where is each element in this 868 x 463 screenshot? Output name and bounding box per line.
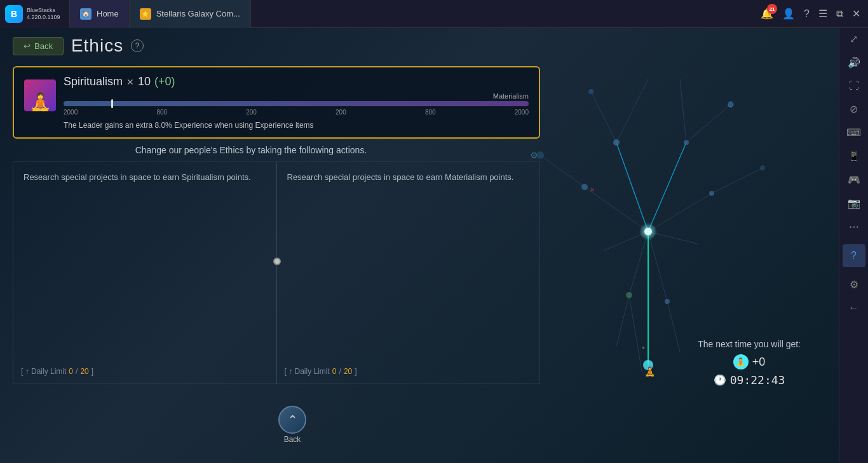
back-button-header[interactable]: ↩ Back xyxy=(13,37,64,55)
sidebar-fullscreen-icon[interactable]: ⛶ xyxy=(849,80,859,92)
tab-home[interactable]: 🏠 Home xyxy=(70,0,130,28)
actions-container: Research special projects in space to ea… xyxy=(13,162,540,384)
svg-line-6 xyxy=(604,232,648,251)
slider-track[interactable] xyxy=(64,101,529,106)
svg-text:⚙: ⚙ xyxy=(530,150,538,160)
timer-icon: 🕐 xyxy=(714,374,726,386)
svg-text:🧘: 🧘 xyxy=(644,366,656,377)
sidebar-settings-icon[interactable]: ⚙ xyxy=(850,279,858,291)
tick-800-left: 800 xyxy=(156,109,167,116)
daily-limit-left-current: 0 xyxy=(69,367,73,376)
right-sidebar: ⤢ 🔊 ⛶ ⊘ ⌨ 📱 🎮 📷 ⋯ ? ⚙ ← xyxy=(839,28,868,463)
back-circle-icon: ⌃ xyxy=(288,413,297,427)
tick-2000-right: 2000 xyxy=(515,109,529,116)
notification-bell[interactable]: 🔔 21 xyxy=(761,8,773,20)
change-description: Change our people's Ethics by taking the… xyxy=(13,145,489,155)
svg-line-14 xyxy=(667,301,680,352)
tick-200-right: 200 xyxy=(336,109,346,116)
action-right-text: Research special projects in space to ea… xyxy=(287,171,530,184)
points-icon: 🧘 xyxy=(733,354,749,370)
svg-point-30 xyxy=(728,101,734,107)
svg-line-0 xyxy=(616,142,648,232)
ethics-avatar: 🧘 xyxy=(24,79,56,111)
tick-2000-left: 2000 xyxy=(64,109,78,116)
close-icon-titlebar[interactable]: ✕ xyxy=(852,8,860,20)
slider-bonus: (+0) xyxy=(154,75,175,88)
tab-game[interactable]: ⭐ Stellaris Galaxy Com... xyxy=(130,0,251,28)
svg-text:●: ● xyxy=(642,345,645,350)
daily-limit-left-suffix: ] xyxy=(92,367,93,376)
next-time-panel: The next time you will get: 🧘 +0 🕐 09:22… xyxy=(698,339,801,387)
daily-limit-left: [ ↑ Daily Limit 0 / 20 ] xyxy=(21,367,93,376)
daily-limit-separator: / xyxy=(76,367,78,376)
timer-row: 🕐 09:22:43 xyxy=(698,373,801,387)
help-icon-titlebar[interactable]: ? xyxy=(804,8,810,20)
game-tab-icon: ⭐ xyxy=(140,8,151,20)
main-content: ⚙ ⚙ 🧘 ✕ ● ↩ Back Ethics ? 🧘 Spiritualism… xyxy=(0,28,839,463)
slider-value: 10 xyxy=(138,75,151,88)
user-icon[interactable]: 👤 xyxy=(782,8,795,20)
svg-point-28 xyxy=(665,299,670,304)
sidebar-volume-icon[interactable]: 🔊 xyxy=(848,57,860,69)
back-circle-button[interactable]: ⌃ xyxy=(278,406,306,434)
next-time-label: The next time you will get: xyxy=(698,339,801,349)
menu-icon[interactable]: ☰ xyxy=(818,8,827,20)
notification-count: 21 xyxy=(767,4,777,14)
svg-line-3 xyxy=(648,193,712,232)
svg-line-8 xyxy=(591,92,616,142)
action-divider-dot xyxy=(273,258,281,265)
center-back-area: ⌃ Back xyxy=(278,406,306,444)
home-tab-label: Home xyxy=(97,9,119,18)
restore-icon[interactable]: ⧉ xyxy=(836,8,843,20)
sidebar-back-icon[interactable]: ← xyxy=(849,302,859,314)
header-area: ↩ Back Ethics ? xyxy=(0,28,839,61)
slider-right-label: Materialism xyxy=(493,92,529,100)
svg-line-12 xyxy=(616,295,629,346)
svg-line-18 xyxy=(616,142,648,232)
daily-limit-right-current: 0 xyxy=(332,367,337,376)
svg-point-23 xyxy=(613,139,620,146)
sidebar-phone-icon[interactable]: 📱 xyxy=(848,150,860,162)
svg-line-1 xyxy=(648,142,686,232)
daily-limit-left-max: 20 xyxy=(80,367,88,376)
svg-point-29 xyxy=(588,89,593,94)
svg-line-16 xyxy=(712,168,763,193)
home-tab-icon: 🏠 xyxy=(80,8,92,20)
tick-800-right: 800 xyxy=(425,109,436,116)
title-bar-controls: 🔔 21 👤 ? ☰ ⧉ ✕ xyxy=(761,8,868,20)
svg-line-11 xyxy=(680,79,686,142)
daily-limit-left-label: [ ↑ Daily Limit xyxy=(21,367,66,376)
daily-limit-right-suffix: ] xyxy=(355,367,356,376)
action-left: Research special projects in space to ea… xyxy=(13,162,276,384)
points-value: +0 xyxy=(752,356,766,369)
help-icon-page[interactable]: ? xyxy=(131,39,144,52)
svg-line-4 xyxy=(629,232,648,295)
svg-line-9 xyxy=(616,79,648,142)
sidebar-more-icon[interactable]: ⋯ xyxy=(849,221,859,233)
slider-title: Spiritualism ✕ 10 (+0) xyxy=(64,75,529,88)
sidebar-slash-icon[interactable]: ⊘ xyxy=(850,103,858,115)
ethics-card-top: 🧘 Spiritualism ✕ 10 (+0) Materialism 200 xyxy=(24,75,529,116)
svg-point-32 xyxy=(760,165,765,170)
daily-limit-right: [ ↑ Daily Limit 0 / 20 ] xyxy=(285,367,357,376)
sidebar-gamepad-icon[interactable]: 🎮 xyxy=(848,174,860,186)
sidebar-camera-icon[interactable]: 📷 xyxy=(848,197,860,209)
back-button-label: Back xyxy=(34,41,53,51)
svg-point-26 xyxy=(709,191,714,196)
svg-point-31 xyxy=(536,151,544,159)
svg-line-2 xyxy=(585,187,648,232)
svg-point-22 xyxy=(643,360,653,370)
slider-labels: Materialism xyxy=(64,92,529,100)
timer-value: 09:22:43 xyxy=(730,373,785,387)
sidebar-help-icon[interactable]: ? xyxy=(843,244,865,267)
sidebar-expand-icon[interactable]: ⤢ xyxy=(850,33,858,45)
back-arrow-icon: ↩ xyxy=(24,41,31,51)
slider-cross: ✕ xyxy=(126,77,134,87)
svg-line-13 xyxy=(629,295,642,371)
points-row: 🧘 +0 xyxy=(698,354,801,370)
back-circle-label: Back xyxy=(284,435,301,444)
svg-text:✕: ✕ xyxy=(590,186,595,193)
ethics-card: 🧘 Spiritualism ✕ 10 (+0) Materialism 200 xyxy=(13,66,540,139)
sidebar-keyboard-icon[interactable]: ⌨ xyxy=(846,127,861,139)
svg-text:⚙: ⚙ xyxy=(727,100,734,109)
